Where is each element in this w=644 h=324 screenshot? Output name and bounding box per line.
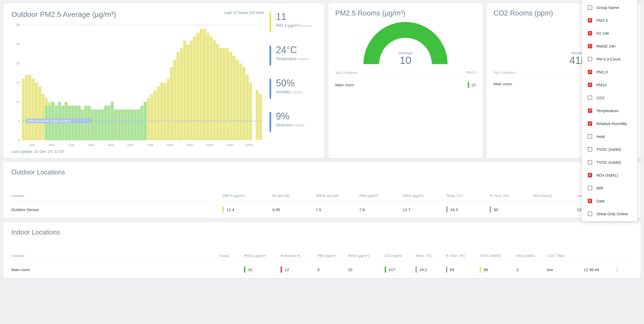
column-header[interactable]: CO2 (ppm) [385, 251, 415, 261]
svg-rect-71 [232, 56, 236, 140]
column-header[interactable]: Group [220, 251, 244, 261]
checkbox-icon[interactable] [588, 121, 592, 126]
column-toggle-label: Date [596, 199, 605, 203]
more-icon[interactable]: ⋮ [614, 267, 620, 272]
column-header[interactable]: NOx (Ind41) [516, 251, 547, 261]
checkbox-icon[interactable] [588, 57, 592, 61]
checkbox-icon[interactable] [588, 186, 592, 190]
checkbox-icon[interactable] [588, 31, 592, 36]
svg-rect-48 [157, 87, 160, 140]
side-metrics: 11 PM2.5 (µg/m³) (current) 24°C Temperat… [264, 10, 316, 154]
checkbox-icon[interactable] [588, 160, 592, 165]
table-row[interactable]: Main room101261041724.269892low12:36:44⋮ [11, 261, 633, 278]
svg-text:5: 5 [18, 119, 20, 123]
column-toggle-item[interactable]: Group Name [582, 1, 637, 14]
metric-bar-icon [270, 79, 271, 99]
svg-text:10: 10 [16, 100, 20, 104]
cell-value [577, 261, 584, 278]
column-header[interactable]: RMSE last 24h [316, 191, 359, 201]
column-header[interactable]: R. Hum. (%) [490, 191, 533, 201]
column-toggle-item[interactable]: NOx (Ind41) [582, 169, 637, 182]
column-header[interactable]: PM2.5 (µg/m³) [244, 251, 281, 261]
column-header[interactable]: PM10 (µg/m³) [403, 191, 446, 201]
column-toggle-item[interactable]: R2 24h [582, 27, 637, 40]
metric-value: 24°C [276, 44, 308, 56]
column-toggle-item[interactable]: Heat [582, 130, 637, 143]
svg-rect-67 [219, 48, 222, 140]
column-toggle-item[interactable]: CO2 [582, 91, 637, 104]
metric-humidity: 50% Humidity (current) [270, 78, 316, 99]
section-title: Indoor Locations [11, 228, 633, 236]
checkbox-icon[interactable] [588, 18, 592, 23]
column-toggle-item[interactable]: TVOC (Ind40) [582, 156, 637, 169]
location-name: Main room [335, 83, 354, 87]
svg-text:12PM: 12PM [245, 143, 253, 147]
column-toggle-item[interactable]: Date [582, 195, 637, 207]
column-toggle-item[interactable]: Wifi [582, 182, 637, 195]
column-header[interactable]: R2 last 24h [272, 191, 316, 201]
cell-value: 69 [446, 266, 477, 273]
column-header[interactable] [577, 251, 584, 261]
checkbox-icon[interactable] [588, 44, 592, 48]
column-toggle-item[interactable]: Relative Humidity [582, 117, 637, 130]
metric-label: Humidity (current) [276, 90, 302, 94]
column-header[interactable]: Location [11, 191, 222, 201]
column-header[interactable]: PM10 (µg/m³) [348, 251, 385, 261]
svg-text:3AM: 3AM [68, 143, 74, 147]
svg-rect-59 [193, 37, 196, 140]
checkbox-icon[interactable] [588, 96, 592, 100]
svg-rect-75 [246, 75, 249, 140]
svg-rect-70 [229, 52, 232, 140]
column-toggle-item[interactable]: Show Only Online [582, 207, 637, 220]
checkbox-icon[interactable] [588, 83, 592, 87]
column-header[interactable]: R. Hum. (%) [446, 251, 480, 261]
column-header[interactable]: Location [11, 251, 220, 261]
column-toggle-item[interactable]: RMSE 24h [582, 40, 637, 53]
checkbox-icon[interactable] [588, 173, 592, 177]
status-bar-icon [468, 82, 469, 88]
checkbox-icon[interactable] [588, 134, 592, 139]
column-toggle-item[interactable]: PM 0.3 Count [582, 53, 637, 66]
column-header[interactable]: TVOC (Ind30) [480, 251, 516, 261]
checkbox-icon[interactable] [588, 147, 592, 152]
column-toggle-label: Show Only Online [596, 212, 628, 216]
svg-rect-45 [147, 98, 150, 140]
svg-text:10AM: 10AM [206, 143, 213, 147]
svg-rect-78 [259, 94, 262, 140]
column-header[interactable]: PM1 (µg/m³) [359, 191, 403, 201]
svg-rect-62 [203, 29, 206, 140]
gauge-value: 10 [335, 55, 476, 66]
column-header[interactable]: PM1 (µg/m³) [317, 251, 348, 261]
svg-rect-94 [94, 109, 97, 140]
column-toggle-item[interactable]: PM1.0 [582, 66, 637, 78]
svg-rect-11 [35, 83, 38, 140]
svg-text:1AM: 1AM [29, 143, 35, 147]
column-header[interactable]: Temp. (°C) [415, 251, 446, 261]
status-bar-icon [490, 206, 491, 213]
cell-value: 50 [490, 206, 530, 213]
column-toggle-item[interactable]: PM10 [582, 78, 637, 91]
location-row[interactable]: Main room 10 [335, 77, 476, 93]
checkbox-icon[interactable] [588, 108, 592, 113]
rank-label-left: Top 5 Locations [335, 71, 357, 74]
column-header[interactable]: Temp. (°C) [446, 191, 490, 201]
column-header[interactable]: Reduction % [281, 251, 317, 261]
column-header[interactable]: PM2.5 (µg/m³) [222, 191, 272, 201]
column-header[interactable] [614, 251, 633, 261]
svg-rect-100 [114, 109, 117, 140]
checkbox-icon[interactable] [588, 199, 592, 203]
column-toggle-item[interactable]: TVOC (Ind30) [582, 143, 637, 156]
cell-value: 10 [244, 266, 278, 273]
checkbox-icon[interactable] [588, 212, 592, 216]
checkbox-icon[interactable] [588, 70, 592, 74]
chart-plot-area: 051015202530WHO Annual Air Quality Guide… [11, 22, 264, 148]
svg-text:0: 0 [18, 138, 20, 142]
column-header[interactable]: NOx (Ind41) [533, 191, 577, 201]
column-header[interactable] [584, 251, 614, 261]
table-row[interactable]: Outdoor Sensor11.40.951.57.811.724.35012… [11, 201, 633, 218]
column-toggle-item[interactable]: Temperature [582, 104, 637, 117]
column-toggle-item[interactable]: PM2.5 [582, 14, 637, 27]
checkbox-icon[interactable] [588, 5, 592, 10]
column-header[interactable]: C19 T. Risk [547, 251, 577, 261]
outdoor-pm25-chart-card: Outdoor PM2.5 Average (µg/m³) Last 12 ho… [3, 3, 324, 158]
